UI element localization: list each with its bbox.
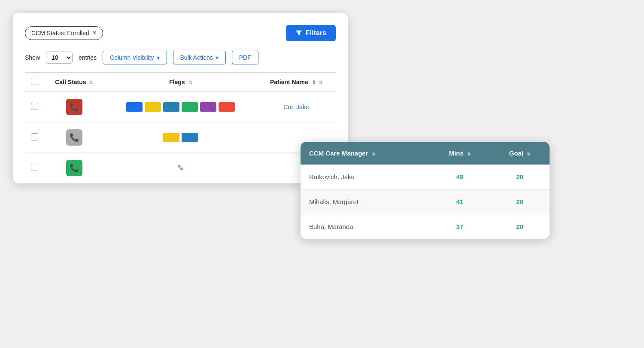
front-card: CCM Status: Enrolled × Filters Show 10 2… xyxy=(13,13,348,183)
show-label: Show xyxy=(25,54,40,61)
filter-badge[interactable]: CCM Status: Enrolled × xyxy=(25,26,103,40)
flag-chip xyxy=(163,133,179,142)
table-row: 📞 ✎ xyxy=(25,153,336,183)
sort-icon[interactable]: ⇅ xyxy=(188,80,192,85)
flag-chip xyxy=(145,102,161,112)
phone-red-icon[interactable]: 📞 xyxy=(66,99,82,115)
select-all-checkbox[interactable] xyxy=(31,78,38,85)
entries-label: entries xyxy=(79,54,97,61)
patient-name-link[interactable]: Cor, Jake xyxy=(283,104,309,110)
pdf-button[interactable]: PDF xyxy=(232,51,258,64)
table-row: Buha, Maranda 37 20 xyxy=(301,214,550,239)
mins-value: 41 xyxy=(430,189,490,214)
table-row: Ratkovich, Jake 49 20 xyxy=(301,165,550,189)
phone-gray-icon[interactable]: 📞 xyxy=(66,129,82,146)
flag-chip xyxy=(200,102,216,112)
mins-value: 37 xyxy=(430,214,490,239)
col-call-status: Call Status ⇅ xyxy=(44,73,105,92)
goal-value: 20 xyxy=(490,189,550,214)
sort-icon[interactable]: ⇅ xyxy=(527,152,530,156)
back-card: CCM Care Manager ⇅ Mins ⇅ Goal ⇅ Ratkovi… xyxy=(301,142,550,239)
column-visibility-button[interactable]: Column Visibility ▾ xyxy=(103,51,167,64)
sort-icon[interactable]: ⇅ xyxy=(372,152,375,156)
filter-row: CCM Status: Enrolled × Filters xyxy=(25,25,336,41)
flag-chip xyxy=(163,102,179,112)
edit-icon[interactable]: ✎ xyxy=(177,163,184,173)
goal-value: 20 xyxy=(490,165,550,189)
phone-green-icon[interactable]: 📞 xyxy=(66,160,82,176)
chevron-down-icon: ▾ xyxy=(157,54,160,61)
goal-value: 20 xyxy=(490,214,550,239)
close-filter-icon[interactable]: × xyxy=(93,29,97,37)
filter-badge-text: CCM Status: Enrolled xyxy=(31,30,89,37)
flag-chip xyxy=(126,102,143,112)
flags-cell xyxy=(109,102,252,112)
care-manager-name: Mihalis, Margaret xyxy=(301,189,430,214)
flags-cell: ✎ xyxy=(109,163,252,173)
sort-icon[interactable]: ⇅ xyxy=(89,80,93,85)
back-table: CCM Care Manager ⇅ Mins ⇅ Goal ⇅ Ratkovi… xyxy=(301,142,550,239)
flags-cell xyxy=(109,133,252,142)
col-mins: Mins ⇅ xyxy=(430,142,490,165)
care-manager-name: Ratkovich, Jake xyxy=(301,165,430,189)
row-checkbox[interactable] xyxy=(31,103,38,110)
flag-chip xyxy=(182,102,198,112)
front-table: Call Status ⇅ Flags ⇅ Patient Name t ⇅ 📞 xyxy=(25,72,336,183)
funnel-icon xyxy=(295,30,302,37)
col-goal: Goal ⇅ xyxy=(490,142,550,165)
flag-chip xyxy=(219,102,235,112)
col-flags: Flags ⇅ xyxy=(105,73,257,92)
entries-select[interactable]: 10 25 50 100 xyxy=(46,52,73,64)
bulk-actions-button[interactable]: Bulk Actions ▾ xyxy=(173,51,226,64)
flag-chip xyxy=(182,133,198,142)
col-care-manager: CCM Care Manager ⇅ xyxy=(301,142,430,165)
care-manager-name: Buha, Maranda xyxy=(301,214,430,239)
table-row: 📞 Cor, Jake xyxy=(25,92,336,122)
col-patient-name: Patient Name t ⇅ xyxy=(257,73,336,92)
mins-value: 49 xyxy=(430,165,490,189)
filters-button[interactable]: Filters xyxy=(286,25,336,41)
toolbar-row: Show 10 25 50 100 entries Column Visibil… xyxy=(25,51,336,64)
row-checkbox[interactable] xyxy=(31,133,38,140)
back-table-header: CCM Care Manager ⇅ Mins ⇅ Goal ⇅ xyxy=(301,142,550,165)
chevron-down-icon: ▾ xyxy=(216,54,219,61)
table-row: 📞 xyxy=(25,122,336,153)
sort-icon[interactable]: ⇅ xyxy=(319,80,322,85)
table-row: Mihalis, Margaret 41 20 xyxy=(301,189,550,214)
row-checkbox[interactable] xyxy=(31,164,38,171)
sort-icon[interactable]: ⇅ xyxy=(467,152,471,156)
